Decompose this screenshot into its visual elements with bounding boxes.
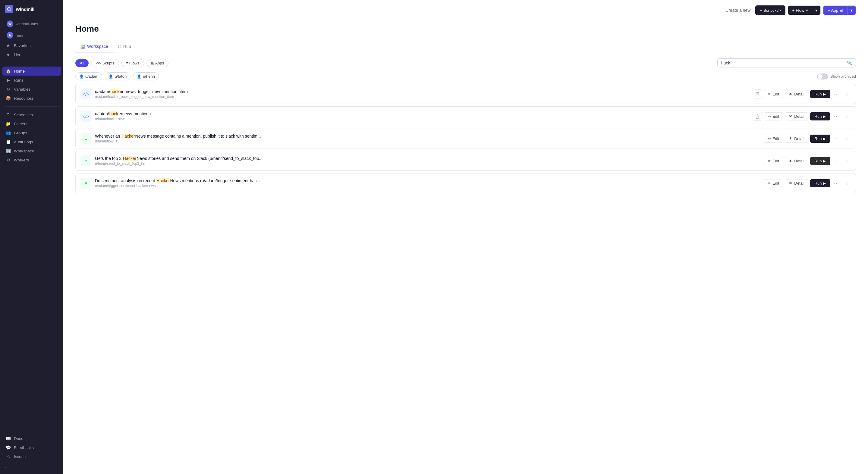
- run-label-1: Run ▶: [815, 92, 826, 96]
- logo-icon: ⬡: [5, 5, 13, 13]
- detail-button-3[interactable]: 👁 Detail: [785, 135, 808, 143]
- more-button-4[interactable]: ⋯: [832, 157, 841, 165]
- edit-icon-3: ✏: [768, 136, 771, 141]
- copy-button-2[interactable]: 📋: [753, 112, 762, 121]
- sidebar-item-docs[interactable]: 📖 Docs: [2, 434, 61, 443]
- filter-all[interactable]: All: [75, 59, 89, 67]
- more-button-5[interactable]: ⋯: [832, 179, 841, 187]
- create-script-button[interactable]: + Script </>: [755, 5, 785, 15]
- result-actions-4: ✏ Edit 👁 Detail Run ▶ ⋯ ☆: [764, 157, 851, 165]
- sidebar-item-workspace[interactable]: 🏢 Workspace: [2, 146, 61, 156]
- result-highlight-5: Hacker: [156, 178, 170, 183]
- create-label: Create a new:: [725, 8, 752, 13]
- flow-type-icon-3: ≡: [85, 136, 87, 141]
- edit-button-1[interactable]: ✏ Edit: [764, 90, 783, 98]
- user-item[interactable]: h henri: [2, 30, 61, 41]
- run-label-3: Run ▶: [815, 136, 826, 141]
- create-app-group: + App ⊞ ▾: [823, 5, 856, 15]
- detail-icon-2: 👁: [789, 114, 793, 118]
- detail-button-4[interactable]: 👁 Detail: [785, 157, 808, 165]
- sidebar-item-favorites[interactable]: ★ Favorites: [2, 41, 61, 50]
- create-flow-button[interactable]: + Flow ≡: [788, 6, 812, 15]
- sidebar-item-feedbacks[interactable]: 💬 Feedbacks: [2, 443, 61, 452]
- sidebar-item-groups[interactable]: 👥 Groups: [2, 128, 61, 137]
- more-button-3[interactable]: ⋯: [832, 134, 841, 143]
- edit-button-5[interactable]: ✏ Edit: [764, 179, 783, 187]
- user-filter-henri[interactable]: 👤 u/henri: [133, 72, 159, 80]
- user-filter-faton[interactable]: 👤 u/faton: [104, 72, 130, 80]
- sidebar-item-workers[interactable]: ⚙ Workers: [2, 156, 61, 164]
- sidebar-item-variables[interactable]: ⚙ Variables: [2, 84, 61, 94]
- sidebar-item-resources[interactable]: 📦 Resources: [2, 94, 61, 103]
- result-actions-3: ✏ Edit 👁 Detail Run ▶ ⋯ ☆: [764, 134, 851, 143]
- star-button-1[interactable]: ☆: [842, 90, 851, 98]
- sidebar-item-runs[interactable]: ▶ Runs: [2, 76, 61, 84]
- result-highlight-2: hack: [109, 111, 119, 116]
- edit-label-3: Edit: [772, 136, 779, 141]
- search-input[interactable]: [721, 61, 844, 65]
- result-highlight-4: Hacker: [123, 156, 136, 161]
- issues-label: Issues: [14, 454, 26, 459]
- run-button-2[interactable]: Run ▶: [810, 112, 830, 121]
- copy-button-1[interactable]: 📋: [753, 90, 762, 99]
- detail-button-2[interactable]: 👁 Detail: [785, 112, 808, 121]
- show-archived-toggle[interactable]: [817, 73, 828, 79]
- result-item-3: ≡ Whenever an HackerNews message contain…: [75, 129, 856, 148]
- main-tabs: 🏢 Workspace ⬡ Hub: [75, 41, 856, 53]
- workers-label: Workers: [14, 158, 29, 162]
- sidebar-item-live[interactable]: ● Live: [2, 50, 61, 59]
- result-actions-5: ✏ Edit 👁 Detail Run ▶ ⋯ ☆: [764, 179, 851, 187]
- runs-label: Runs: [14, 78, 24, 82]
- result-icon-1: </>: [81, 89, 91, 99]
- favorites-label: Favorites: [14, 43, 31, 48]
- tab-hub[interactable]: ⬡ Hub: [113, 41, 136, 53]
- search-box[interactable]: 🔍: [717, 59, 856, 67]
- edit-button-3[interactable]: ✏ Edit: [764, 135, 783, 143]
- user-filter-adam[interactable]: 👤 u/adam: [75, 72, 102, 80]
- edit-icon-5: ✏: [768, 181, 771, 185]
- create-app-button[interactable]: + App ⊞: [824, 6, 847, 15]
- groups-icon: 👥: [5, 130, 11, 135]
- sidebar-item-issues[interactable]: ⚠ Issues: [2, 452, 61, 461]
- star-button-3[interactable]: ☆: [842, 134, 851, 143]
- filter-apps-label: Apps: [155, 61, 164, 65]
- more-button-1[interactable]: ⋯: [832, 90, 841, 98]
- create-app-dropdown-button[interactable]: ▾: [847, 6, 856, 15]
- detail-icon-4: 👁: [789, 159, 793, 163]
- filter-apps[interactable]: ⊞ Apps: [147, 59, 169, 67]
- more-button-2[interactable]: ⋯: [832, 112, 841, 121]
- show-archived-label: Show archived: [830, 74, 856, 78]
- user-faton-label: u/faton: [115, 74, 127, 78]
- run-button-5[interactable]: Run ▶: [810, 179, 830, 187]
- star-button-2[interactable]: ☆: [842, 112, 851, 121]
- run-button-1[interactable]: Run ▶: [810, 90, 830, 98]
- show-archived-control: Show archived: [817, 73, 856, 79]
- result-highlight-1: hack: [110, 89, 120, 94]
- star-button-5[interactable]: ☆: [842, 179, 851, 187]
- app-logo[interactable]: ⬡ Windmill: [0, 0, 63, 17]
- search-icon: 🔍: [847, 61, 852, 65]
- detail-label-5: Detail: [794, 181, 804, 185]
- detail-button-1[interactable]: 👁 Detail: [785, 90, 808, 98]
- star-button-4[interactable]: ☆: [842, 157, 851, 165]
- sidebar-item-folders[interactable]: 📁 Folders: [2, 119, 61, 128]
- sidebar-item-audit-logs[interactable]: 📋 Audit Logs: [2, 137, 61, 146]
- back-button[interactable]: ←: [0, 462, 63, 472]
- detail-button-5[interactable]: 👁 Detail: [785, 179, 808, 187]
- result-highlight-3: Hacker: [121, 134, 135, 138]
- back-icon: ←: [4, 465, 8, 469]
- run-label-5: Run ▶: [815, 181, 826, 185]
- sidebar-item-schedules[interactable]: 🗓 Schedules: [2, 110, 61, 119]
- variables-label: Variables: [14, 87, 30, 92]
- filter-scripts[interactable]: </> Scripts: [91, 59, 119, 67]
- filter-scripts-label: Scripts: [102, 61, 115, 65]
- edit-button-4[interactable]: ✏ Edit: [764, 157, 783, 165]
- create-flow-dropdown-button[interactable]: ▾: [812, 6, 820, 15]
- filter-flows[interactable]: ≡ Flows: [121, 59, 144, 67]
- sidebar-item-home[interactable]: 🏠 Home: [2, 67, 61, 76]
- edit-button-2[interactable]: ✏ Edit: [764, 112, 783, 121]
- tab-workspace[interactable]: 🏢 Workspace: [75, 41, 113, 53]
- run-button-3[interactable]: Run ▶: [810, 135, 830, 143]
- tab-hub-label: Hub: [123, 44, 131, 49]
- run-button-4[interactable]: Run ▶: [810, 157, 830, 165]
